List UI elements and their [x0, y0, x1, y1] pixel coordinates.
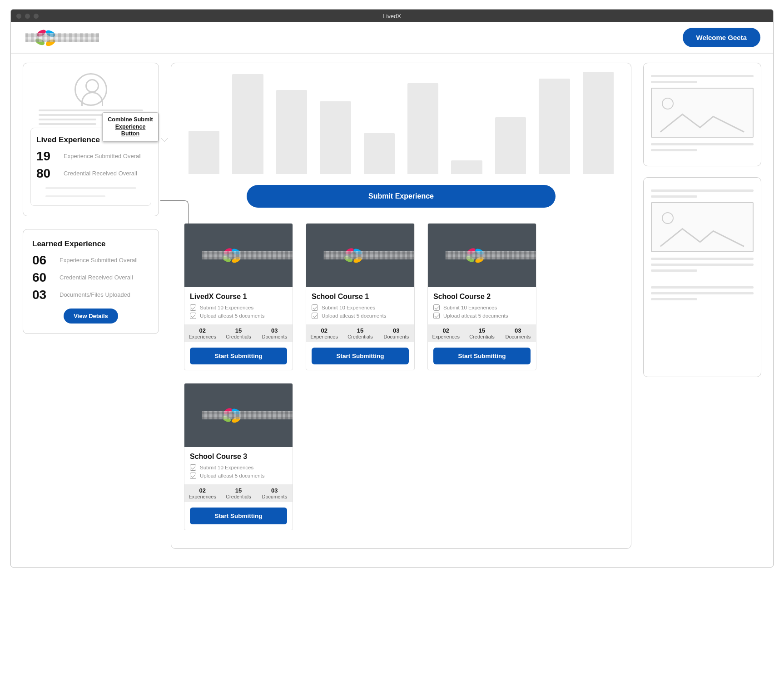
checkbox-icon — [190, 464, 196, 471]
checkbox-icon — [190, 313, 196, 319]
course-card: School Course 2Submit 10 ExperiencesUplo… — [427, 223, 536, 370]
chart-bar — [189, 131, 219, 174]
profile-panel: Combine Submit Experience Button Lived E… — [23, 63, 159, 216]
main-panel: Submit Experience LivedX Course 1Submit … — [171, 63, 631, 549]
learned-stat-1-num: 60 — [32, 270, 53, 285]
course-req-2: Upload atleast 5 documents — [200, 313, 265, 319]
avatar-icon — [74, 73, 107, 106]
course-thumbnail — [428, 224, 536, 287]
learned-stat-1-label: Credential Received Overall — [60, 274, 133, 281]
checkbox-icon — [190, 304, 196, 311]
learned-panel: Learned Experience 06 Experience Submitt… — [23, 229, 159, 334]
livedx-logo — [24, 29, 83, 46]
start-submitting-button[interactable]: Start Submitting — [433, 348, 531, 364]
course-thumbnail — [184, 224, 293, 287]
chart-bar — [495, 117, 526, 174]
course-thumbnail — [306, 224, 414, 287]
chart-bar — [232, 74, 263, 174]
activity-bar-chart — [189, 70, 614, 174]
course-card: School Course 1Submit 10 ExperiencesUplo… — [306, 223, 415, 370]
lived-stat-1-label: Credential Received Overall — [64, 170, 137, 177]
image-placeholder-icon — [651, 88, 754, 138]
side-card-1 — [643, 63, 761, 166]
submit-experience-button[interactable]: Submit Experience — [247, 185, 556, 208]
annotation-callout: Combine Submit Experience Button — [102, 112, 159, 142]
start-submitting-button[interactable]: Start Submitting — [312, 348, 409, 364]
learned-stat-0-label: Experience Submitted Overall — [60, 257, 138, 264]
learned-stat-0-num: 06 — [32, 253, 53, 268]
course-card: LivedX Course 1Submit 10 ExperiencesUplo… — [184, 223, 293, 370]
course-req-2: Upload atleast 5 documents — [200, 473, 265, 478]
course-metrics: 02Experiences15Credentials03Documents — [428, 324, 536, 342]
chart-bar — [583, 72, 614, 174]
start-submitting-button[interactable]: Start Submitting — [190, 508, 287, 524]
start-submitting-button[interactable]: Start Submitting — [190, 348, 287, 364]
welcome-pill[interactable]: Welcome Geeta — [683, 28, 760, 47]
learned-stat-2-num: 03 — [32, 288, 53, 302]
course-req-1: Submit 10 Experiences — [200, 465, 253, 470]
view-details-button[interactable]: View Details — [64, 309, 118, 324]
learned-stat-2-label: Documents/Files Uploaded — [60, 291, 130, 299]
checkbox-icon — [433, 313, 440, 319]
chart-bar — [320, 101, 351, 174]
lived-stat-0-label: Experience Submitted Overall — [64, 153, 142, 160]
lived-stat-1-num: 80 — [36, 166, 57, 181]
checkbox-icon — [312, 304, 318, 311]
course-card: School Course 3Submit 10 ExperiencesUplo… — [184, 383, 293, 530]
course-metrics: 02Experiences15Credentials03Documents — [184, 484, 293, 502]
course-req-1: Submit 10 Experiences — [322, 305, 375, 310]
lived-stat-0-num: 19 — [36, 149, 57, 164]
image-placeholder-icon — [651, 202, 754, 252]
chart-bar — [364, 133, 395, 174]
course-req-1: Submit 10 Experiences — [200, 305, 253, 310]
app-window: LivedX Welcome Geeta Combine Submit Expe… — [10, 9, 774, 567]
course-req-1: Submit 10 Experiences — [443, 305, 497, 310]
side-card-2 — [643, 177, 761, 377]
checkbox-icon — [190, 473, 196, 479]
course-title: LivedX Course 1 — [190, 293, 287, 301]
course-req-2: Upload atleast 5 documents — [322, 313, 387, 319]
course-thumbnail — [184, 383, 293, 447]
titlebar: LivedX — [11, 10, 773, 22]
chart-bar — [276, 90, 307, 174]
learned-title: Learned Experience — [32, 239, 149, 249]
course-title: School Course 1 — [312, 293, 409, 301]
chart-bar — [407, 83, 438, 174]
course-metrics: 02Experiences15Credentials03Documents — [184, 324, 293, 342]
course-title: School Course 2 — [433, 293, 531, 301]
checkbox-icon — [312, 313, 318, 319]
course-req-2: Upload atleast 5 documents — [443, 313, 508, 319]
checkbox-icon — [433, 304, 440, 311]
chart-bar — [451, 160, 482, 174]
course-metrics: 02Experiences15Credentials03Documents — [306, 324, 414, 342]
chart-bar — [539, 79, 570, 174]
course-title: School Course 3 — [190, 453, 287, 461]
window-title: LivedX — [11, 13, 773, 20]
topbar: Welcome Geeta — [11, 22, 773, 54]
